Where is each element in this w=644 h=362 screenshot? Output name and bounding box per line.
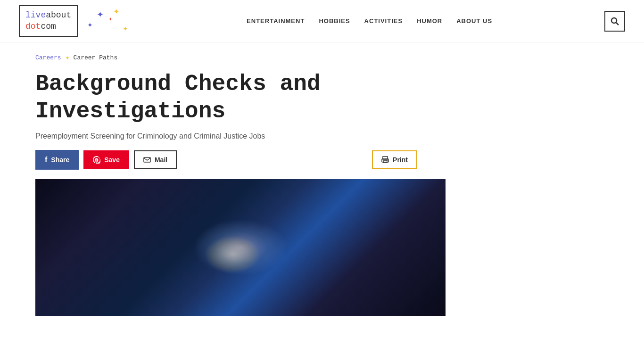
svg-point-6 bbox=[387, 160, 388, 161]
logo-area: liveabout dotcom ✦ ✦ ✦ ✦ ✦ bbox=[19, 5, 134, 37]
nav-activities[interactable]: ACTIVITIES bbox=[364, 17, 403, 25]
article-subtitle: Preemployment Screening for Criminology … bbox=[35, 132, 417, 140]
main-nav: ENTERTAINMENT HOBBIES ACTIVITIES HUMOR A… bbox=[134, 17, 604, 25]
share-facebook-label: Share bbox=[51, 156, 69, 164]
nav-hobbies[interactable]: HOBBIES bbox=[319, 17, 350, 25]
share-facebook-button[interactable]: f Share bbox=[35, 150, 79, 170]
nav-entertainment[interactable]: ENTERTAINMENT bbox=[247, 17, 305, 25]
print-button[interactable]: Print bbox=[372, 150, 417, 169]
mail-icon bbox=[143, 156, 151, 164]
search-icon bbox=[610, 16, 619, 26]
breadcrumb-current: Career Paths bbox=[74, 54, 118, 61]
share-pinterest-button[interactable]: Save bbox=[83, 150, 129, 169]
save-pinterest-label: Save bbox=[104, 156, 120, 164]
svg-rect-5 bbox=[383, 161, 387, 163]
sparkle-icon: ✦ bbox=[113, 7, 119, 16]
sparkle-icon: ✦ bbox=[87, 21, 93, 29]
nav-about-us[interactable]: ABOUT US bbox=[456, 17, 492, 25]
svg-rect-2 bbox=[144, 157, 150, 162]
image-glow2 bbox=[204, 236, 261, 273]
pinterest-icon bbox=[93, 156, 100, 164]
article-title: Background Checks and Investigations bbox=[35, 71, 417, 125]
share-bar: f Share Save Mail Print bbox=[35, 150, 417, 170]
facebook-icon: f bbox=[45, 156, 47, 164]
article-image bbox=[35, 179, 446, 316]
mail-label: Mail bbox=[155, 156, 167, 164]
nav-humor[interactable]: HUMOR bbox=[417, 17, 442, 25]
breadcrumb-separator: ✦ bbox=[65, 55, 70, 61]
site-logo[interactable]: liveabout dotcom bbox=[19, 5, 78, 37]
print-label: Print bbox=[393, 156, 408, 164]
print-icon bbox=[381, 156, 389, 164]
breadcrumb: Careers ✦ Career Paths bbox=[0, 42, 644, 66]
main-content: Background Checks and Investigations Pre… bbox=[0, 66, 453, 330]
share-mail-button[interactable]: Mail bbox=[134, 150, 177, 169]
sparkles-decoration: ✦ ✦ ✦ ✦ ✦ bbox=[87, 7, 134, 35]
svg-point-0 bbox=[611, 18, 617, 23]
search-button[interactable] bbox=[604, 11, 625, 32]
site-header: liveabout dotcom ✦ ✦ ✦ ✦ ✦ ENTERTAINMENT… bbox=[0, 0, 644, 42]
breadcrumb-parent[interactable]: Careers bbox=[35, 54, 61, 61]
sparkle-icon: ✦ bbox=[108, 16, 112, 22]
svg-line-1 bbox=[616, 23, 619, 25]
sparkle-icon: ✦ bbox=[123, 25, 128, 33]
sparkle-icon: ✦ bbox=[97, 9, 104, 20]
